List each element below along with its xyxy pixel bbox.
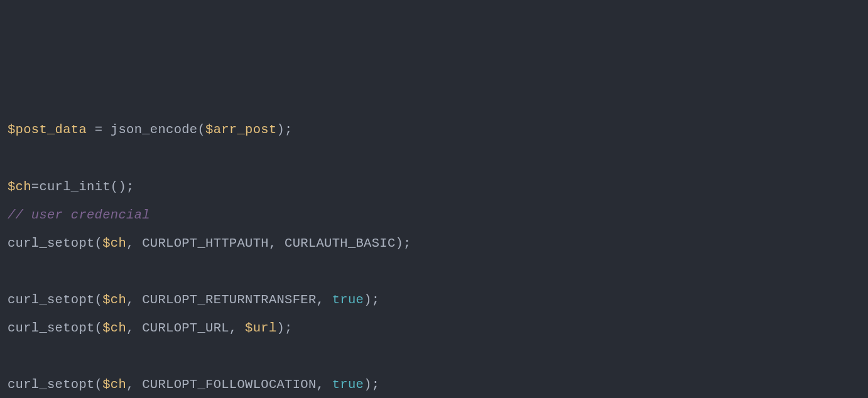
code-token: = json_encode( <box>87 122 205 137</box>
code-token: curl_setopt( <box>8 377 102 392</box>
code-token: ); <box>364 377 379 392</box>
code-token: $url <box>245 321 276 335</box>
code-token: // user credencial <box>8 208 150 222</box>
code-token: , CURLOPT_RETURNTRANSFER, <box>126 293 332 307</box>
code-token: ); <box>277 321 293 335</box>
code-token: $ch <box>8 180 31 194</box>
code-token: =curl_init(); <box>31 180 134 194</box>
code-token: ); <box>364 293 379 307</box>
code-token: $arr_post <box>205 122 276 137</box>
code-token: curl_setopt( <box>8 293 102 307</box>
code-token: $ch <box>102 236 126 250</box>
code-block: $post_data = json_encode($arr_post); $ch… <box>8 116 860 398</box>
code-token: $ch <box>102 293 126 307</box>
code-token: , CURLOPT_FOLLOWLOCATION, <box>126 377 332 392</box>
code-token: curl_setopt( <box>8 321 102 335</box>
code-token: ); <box>276 122 292 137</box>
code-token: , CURLOPT_URL, <box>126 321 245 335</box>
code-token: curl_setopt( <box>8 236 102 250</box>
code-token: $post_data <box>8 122 87 137</box>
code-token: $ch <box>102 321 126 335</box>
code-token: $ch <box>102 377 126 392</box>
code-token: true <box>332 293 364 307</box>
code-token: , CURLOPT_HTTPAUTH, CURLAUTH_BASIC); <box>126 236 411 250</box>
code-token: true <box>332 377 364 392</box>
